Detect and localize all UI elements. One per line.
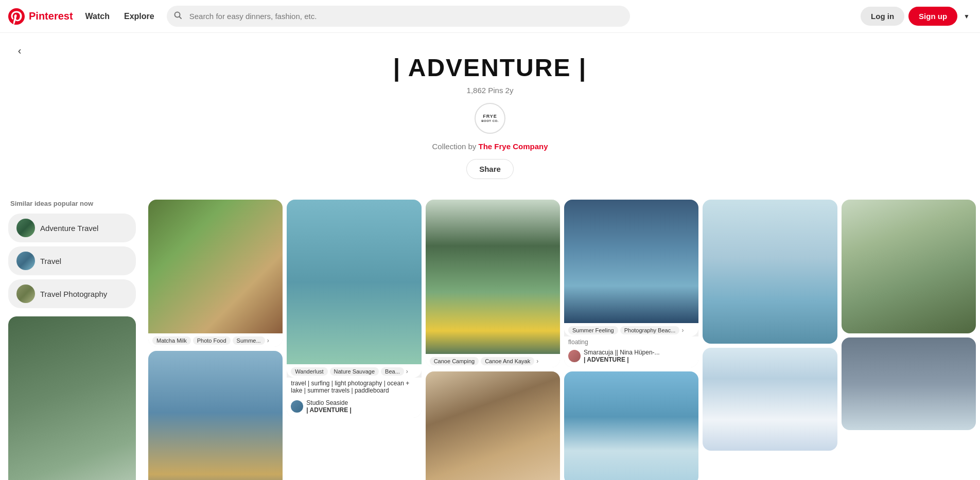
similar-ideas-title: Similar ideas popular now — [8, 200, 136, 207]
pin-card-canoe[interactable]: Canoe Camping Canoe And Kayak › — [426, 200, 560, 367]
pin-img-sky — [703, 348, 837, 451]
frye-logo: FRYE BOOT CO. — [481, 114, 499, 123]
pin-card-tent[interactable] — [842, 337, 976, 430]
pin-tag-canoe-camping[interactable]: Canoe Camping — [430, 357, 479, 365]
pin-author-boat: Smaracuja || Nina Hüpen-... | ADVENTURE … — [564, 347, 698, 367]
pin-tags-water: Wanderlust Nature Sauvage Bea... › — [287, 364, 421, 378]
pinterest-wordmark: Pinterest — [29, 10, 73, 22]
sidebar-forest-img — [8, 316, 136, 480]
pin-img-cactus — [426, 371, 560, 480]
author-name-boat: Smaracuja || Nina Hüpen-... — [584, 349, 660, 356]
pin-card-boat[interactable]: Summer Feeling Photography Beac... › flo… — [564, 200, 698, 367]
search-icon — [174, 11, 182, 22]
chip-travel-photography[interactable]: Travel Photography — [8, 279, 136, 308]
pin-grid: Matcha Milk Photo Food Summe... › Vans K… — [144, 200, 980, 480]
pin-tags-food: Matcha Milk Photo Food Summe... › — [148, 333, 283, 347]
pin-tag-nature[interactable]: Nature Sauvage — [330, 367, 379, 376]
board-age: 2y — [505, 86, 514, 95]
pin-card-rock[interactable] — [564, 371, 698, 480]
chip-img-travelphoto — [16, 285, 35, 303]
owner-link[interactable]: The Frye Company — [479, 142, 548, 151]
pin-img-water — [287, 200, 421, 364]
board-header: | ADVENTURE | 1,862 Pins 2y FRYE BOOT CO… — [0, 33, 980, 189]
pin-card-water[interactable]: Wanderlust Nature Sauvage Bea... › trave… — [287, 200, 421, 418]
nav-explore[interactable]: Explore — [118, 8, 161, 25]
board-owner: Collection by The Frye Company — [10, 142, 970, 151]
sidebar-card-forest[interactable] — [8, 316, 136, 480]
pin-tags-canoe: Canoe Camping Canoe And Kayak › — [426, 354, 560, 367]
pins-count: 1,862 Pins — [467, 86, 503, 95]
pin-tag-photofood[interactable]: Photo Food — [193, 336, 231, 345]
logo[interactable]: Pinterest — [8, 8, 73, 25]
login-button[interactable]: Log in — [861, 7, 904, 26]
pin-tag-summer-feeling[interactable]: Summer Feeling — [568, 326, 618, 334]
header: Pinterest Watch Explore Log in Sign up ▼ — [0, 0, 980, 33]
pin-tag-bea[interactable]: Bea... — [381, 367, 404, 376]
pin-card-van[interactable]: Vans Kombi Home Van Home › — [148, 351, 283, 480]
more-tags-icon-food[interactable]: › — [267, 337, 269, 344]
board-owner-avatar[interactable]: FRYE BOOT CO. — [475, 103, 505, 134]
pin-tag-canoe-kayak[interactable]: Canoe And Kayak — [481, 357, 534, 365]
chip-label-adventure: Adventure Travel — [40, 224, 98, 233]
pin-description-boat: floating — [564, 336, 698, 347]
chip-label-travel: Travel — [40, 257, 61, 265]
search-bar — [167, 6, 630, 27]
sidebar: Similar ideas popular now Adventure Trav… — [0, 200, 144, 480]
author-board-water: | ADVENTURE | — [306, 406, 352, 414]
signup-button[interactable]: Sign up — [908, 7, 957, 26]
pin-img-glacier — [703, 200, 837, 344]
pin-tag-summer[interactable]: Summe... — [233, 336, 265, 345]
pinterest-icon — [8, 8, 25, 25]
pin-card-cactus[interactable]: The Frye Company Pretty Much › Gorgeous … — [426, 371, 560, 480]
pin-tag-matcha[interactable]: Matcha Milk — [152, 336, 191, 345]
chip-travel[interactable]: Travel — [8, 246, 136, 275]
pin-img-canoe — [426, 200, 560, 354]
pin-img-mountain — [842, 200, 976, 333]
chip-label-travelphoto: Travel Photography — [40, 290, 107, 298]
pin-img-rock — [564, 371, 698, 480]
masonry-grid: Matcha Milk Photo Food Summe... › Vans K… — [148, 200, 976, 480]
nav-watch[interactable]: Watch — [79, 8, 116, 25]
chevron-down-icon[interactable]: ▼ — [961, 11, 972, 22]
main-nav: Watch Explore — [79, 8, 161, 25]
author-board-boat: | ADVENTURE | — [584, 356, 660, 363]
pin-img-food — [148, 200, 283, 333]
search-input[interactable] — [167, 6, 630, 27]
pin-card-glacier[interactable] — [703, 200, 837, 344]
board-meta: 1,862 Pins 2y — [10, 86, 970, 95]
more-tags-icon-canoe[interactable]: › — [536, 358, 538, 365]
back-button[interactable]: ‹ — [10, 41, 29, 60]
header-actions: Log in Sign up ▼ — [861, 7, 972, 26]
chip-img-adventure — [16, 219, 35, 237]
pin-tag-photo-beach[interactable]: Photography Beac... — [620, 326, 680, 334]
pin-tag-wanderlust[interactable]: Wanderlust — [291, 367, 327, 376]
content-area: Similar ideas popular now Adventure Trav… — [0, 189, 980, 480]
pin-img-van — [148, 351, 283, 480]
pin-card-food[interactable]: Matcha Milk Photo Food Summe... › — [148, 200, 283, 347]
more-tags-icon-boat[interactable]: › — [681, 327, 684, 334]
pin-card-mountain[interactable] — [842, 200, 976, 333]
author-name-water: Studio Seaside — [306, 399, 352, 406]
pin-author-water: Studio Seaside | ADVENTURE | — [287, 397, 421, 418]
share-button[interactable]: Share — [466, 159, 514, 179]
main-content: | ADVENTURE | 1,862 Pins 2y FRYE BOOT CO… — [0, 0, 980, 480]
pin-description-water: travel | surfing | light photography | o… — [287, 378, 421, 397]
more-tags-icon-water[interactable]: › — [406, 368, 408, 375]
chip-adventure-travel[interactable]: Adventure Travel — [8, 214, 136, 242]
avatar-smaracuja — [568, 350, 581, 362]
pin-img-tent — [842, 337, 976, 430]
avatar-studio-seaside — [291, 400, 303, 413]
pin-card-sky[interactable] — [703, 348, 837, 451]
chip-img-travel — [16, 252, 35, 270]
pin-tags-boat: Summer Feeling Photography Beac... › — [564, 323, 698, 336]
pin-img-boat — [564, 200, 698, 323]
board-title: | ADVENTURE | — [10, 54, 970, 82]
